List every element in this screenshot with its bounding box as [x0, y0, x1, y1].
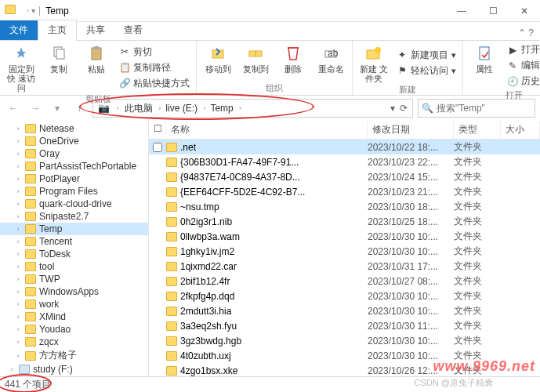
col-date[interactable]: 修改日期 — [368, 121, 454, 139]
row-checkbox[interactable] — [153, 143, 162, 152]
folder-icon — [166, 336, 177, 346]
nav-recent-button[interactable]: ▾ — [49, 100, 66, 117]
folder-icon — [25, 136, 36, 146]
tab-home[interactable]: 主页 — [38, 20, 77, 41]
copy-path-button[interactable]: 📋复制路径 — [118, 60, 191, 75]
folder-icon — [25, 249, 36, 259]
file-row[interactable]: 1qixmd22.car2023/10/31 17:...文件夹 — [149, 259, 540, 274]
addr-dropdown-icon[interactable]: ▾ — [390, 103, 395, 114]
tree-item[interactable]: ›PartAssistTechPortable — [0, 160, 148, 172]
folder-icon — [25, 312, 36, 321]
tree-item[interactable]: ›方方格子 — [0, 348, 148, 363]
tree-item[interactable]: ›Oray — [0, 147, 148, 160]
copy-to-button[interactable]: 复制到 — [239, 42, 272, 82]
cut-button[interactable]: ✂剪切 — [118, 45, 191, 60]
tab-file[interactable]: 文件 — [0, 20, 38, 40]
file-row[interactable]: 2fkpfg4p.dqd2023/10/30 10:...文件夹 — [149, 289, 540, 303]
tree-item[interactable]: ›PotPlayer — [0, 172, 148, 185]
nav-back-button[interactable]: ← — [5, 100, 22, 117]
file-row[interactable]: 0h2ig3r1.nib2023/10/25 18:...文件夹 — [149, 214, 540, 229]
tree-drive[interactable]: ›study (F:) — [0, 363, 148, 376]
file-row[interactable]: 4t0zubth.uxj2023/10/30 10:...文件夹 — [149, 348, 540, 363]
tree-item[interactable]: ›zqcx — [0, 336, 148, 348]
tree-item[interactable]: ›Snipaste2.7 — [0, 210, 148, 223]
file-row[interactable]: {EEF64CFF-5D2E-4C92-B7...2023/10/23 21:.… — [149, 184, 540, 199]
file-row[interactable]: ~nsu.tmp2023/10/30 18:...文件夹 — [149, 199, 540, 214]
tree-item[interactable]: ›tool — [0, 260, 148, 273]
new-folder-button[interactable]: 新建 文件夹 — [357, 42, 390, 83]
svg-rect-6 — [256, 51, 262, 56]
close-button[interactable]: ✕ — [509, 0, 540, 22]
svg-rect-3 — [94, 46, 99, 49]
tab-view[interactable]: 查看 — [114, 20, 152, 40]
file-row[interactable]: {94837E74-0C89-4A37-8D...2023/10/24 15:.… — [149, 169, 540, 184]
paste-icon — [87, 44, 106, 63]
tree-item[interactable]: ›WindowsApps — [0, 285, 148, 298]
file-row[interactable]: 3a3eq2sh.fyu2023/10/30 11:...文件夹 — [149, 318, 540, 333]
col-checkbox[interactable]: ☐ — [149, 121, 166, 139]
ribbon: 固定到快 速访问 复制 粘贴 ✂剪切 📋复制路径 🔗粘贴快捷方式 剪贴板 移动到… — [0, 41, 540, 96]
properties-button[interactable]: 属性 — [468, 42, 501, 89]
delete-button[interactable]: 删除 — [277, 42, 310, 82]
tree-item[interactable]: ›ToDesk — [0, 248, 148, 260]
search-box[interactable]: 🔍 搜索"Temp" — [418, 99, 535, 118]
nav-tree[interactable]: ›Netease›OneDrive›Oray›PartAssistTechPor… — [0, 121, 149, 376]
refresh-icon[interactable]: ⟳ — [400, 103, 408, 114]
tab-share[interactable]: 共享 — [77, 20, 114, 40]
breadcrumb-pc[interactable]: 📷 › 此电脑 › — [96, 102, 162, 115]
tree-item[interactable]: ›OneDrive — [0, 135, 148, 147]
title-bar: ▫ ▾ │ Temp — ☐ ✕ — [0, 0, 540, 22]
file-row[interactable]: 2bif1b12.4fr2023/10/27 08:...文件夹 — [149, 274, 540, 289]
file-row[interactable]: .net2023/10/22 18:...文件夹 — [149, 140, 540, 154]
open-button[interactable]: ▶打开 ▾ — [506, 42, 540, 57]
cut-icon: ✂ — [119, 46, 130, 57]
column-headers[interactable]: ☐ 名称 修改日期 类型 大小 — [149, 121, 540, 140]
file-row[interactable]: 3gz3bwdg.hgb2023/10/30 10:...文件夹 — [149, 333, 540, 348]
move-to-button[interactable]: 移动到 — [201, 42, 234, 82]
paste-shortcut-button[interactable]: 🔗粘贴快捷方式 — [118, 76, 191, 91]
col-name[interactable]: 名称 — [166, 121, 368, 139]
easy-access-button[interactable]: ⚑轻松访问 ▾ — [395, 64, 458, 78]
folder-icon — [25, 187, 36, 196]
svg-point-10 — [375, 47, 381, 53]
tree-item[interactable]: ›Temp — [0, 223, 148, 235]
nav-up-button[interactable]: ↑ — [71, 100, 88, 117]
tree-item[interactable]: ›TWP — [0, 273, 148, 285]
new-item-button[interactable]: ✦新建项目 ▾ — [395, 48, 458, 63]
file-row[interactable]: 1ghky1iv.jm22023/10/30 10:...文件夹 — [149, 244, 540, 259]
tree-item[interactable]: ›Program Files — [0, 185, 148, 198]
minimize-button[interactable]: — — [446, 0, 477, 22]
rename-button[interactable]: ab重命名 — [314, 42, 347, 82]
nav-forward-button[interactable]: → — [27, 100, 44, 117]
ribbon-collapse-icon[interactable]: ⌃ ? — [512, 26, 540, 40]
file-row[interactable]: 0llwbp3a.wam2023/10/30 10:...文件夹 — [149, 229, 540, 244]
col-size[interactable]: 大小 — [501, 121, 540, 139]
breadcrumb-drive[interactable]: live (E:) › — [164, 103, 207, 114]
tree-item[interactable]: ›work — [0, 298, 148, 310]
group-organize-label: 组织 — [201, 82, 347, 95]
maximize-button[interactable]: ☐ — [477, 0, 509, 22]
edit-button[interactable]: ✎编辑 — [506, 58, 540, 73]
tree-item[interactable]: ›quark-cloud-drive — [0, 198, 148, 210]
folder-icon — [166, 172, 177, 182]
address-bar[interactable]: 📷 › 此电脑 › live (E:) › Temp › ▾⟳ — [92, 99, 413, 118]
file-list: ☐ 名称 修改日期 类型 大小 .net2023/10/22 18:...文件夹… — [149, 121, 540, 376]
col-type[interactable]: 类型 — [454, 121, 501, 139]
file-row[interactable]: 2mdutt3i.hia2023/10/30 10:...文件夹 — [149, 303, 540, 318]
pin-quick-access-button[interactable]: 固定到快 速访问 — [5, 42, 38, 93]
tree-item[interactable]: ›Netease — [0, 122, 148, 135]
folder-icon — [25, 162, 36, 171]
paste-button[interactable]: 粘贴 — [80, 42, 113, 93]
file-row[interactable]: {306B30D1-FA47-49F7-91...2023/10/23 22:.… — [149, 154, 540, 169]
folder-icon — [166, 232, 177, 241]
file-row[interactable]: 4zgo1bsx.xke2023/10/26 12:...文件夹 — [149, 363, 540, 376]
tree-item[interactable]: ›Tencent — [0, 235, 148, 248]
breadcrumb-folder[interactable]: Temp › — [208, 103, 243, 114]
history-button[interactable]: 🕘历史记录 — [506, 74, 540, 89]
folder-icon — [25, 224, 36, 234]
tree-item[interactable]: ›XMind — [0, 310, 148, 323]
easy-access-icon: ⚑ — [397, 65, 408, 76]
tree-item[interactable]: ›Youdao — [0, 323, 148, 336]
pin-icon — [12, 44, 31, 63]
copy-button[interactable]: 复制 — [42, 42, 75, 93]
